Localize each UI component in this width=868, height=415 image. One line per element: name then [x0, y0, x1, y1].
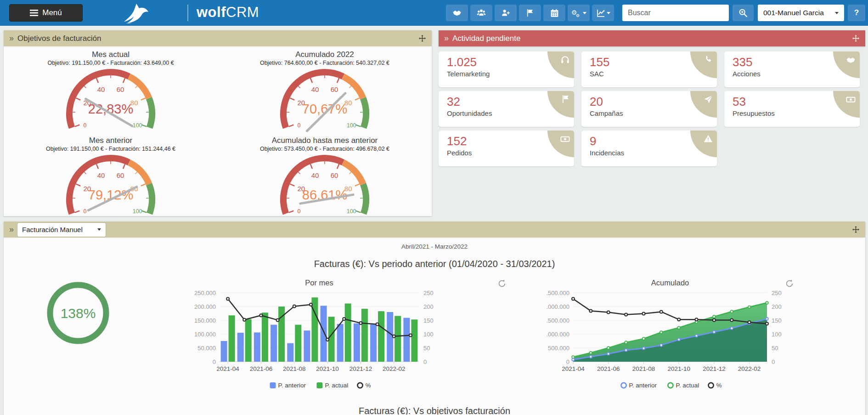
- svg-text:100: 100: [347, 122, 356, 129]
- svg-text:Por mes: Por mes: [305, 279, 333, 287]
- svg-text:100: 100: [772, 331, 782, 338]
- calendar-button[interactable]: [543, 5, 565, 21]
- top-navigation-bar: Menú wolfCRM ⚙⚙: [0, 0, 868, 26]
- donut-chart: 138%: [44, 279, 113, 347]
- svg-text:100: 100: [133, 122, 142, 129]
- svg-text:60: 60: [117, 85, 124, 93]
- hamburger-icon: [30, 10, 38, 16]
- svg-text:0: 0: [83, 122, 86, 129]
- card-telemarketing[interactable]: 1.025 Telemarketing: [439, 51, 574, 87]
- refresh-button[interactable]: [497, 279, 507, 289]
- move-panel-handle[interactable]: [852, 34, 860, 42]
- svg-text:P. actual: P. actual: [676, 382, 699, 389]
- gauge-mes-anterior: Mes anterior Objetivo: 191.150,00 € - Fa…: [4, 136, 218, 222]
- search-button[interactable]: [733, 5, 754, 21]
- search-input[interactable]: [622, 5, 729, 21]
- objetivos-panel: » Objetivos de facturación Mes actual Ob…: [4, 30, 432, 216]
- actividad-panel-title: Actividad pendiente: [452, 34, 520, 43]
- search-icon: [738, 8, 748, 18]
- svg-text:2021-10: 2021-10: [667, 365, 690, 372]
- objetivos-panel-header: » Objetivos de facturación: [4, 30, 432, 46]
- svg-text:50.000: 50.000: [197, 345, 216, 352]
- svg-text:100: 100: [347, 208, 356, 215]
- svg-text:2021-12: 2021-12: [703, 365, 726, 372]
- user-selector-value: 001-Manuel Garcia: [763, 9, 824, 17]
- card-sac[interactable]: 155 SAC: [581, 51, 717, 87]
- svg-text:200.000: 200.000: [194, 303, 216, 310]
- svg-text:150: 150: [772, 317, 782, 324]
- caret-down-icon: [583, 12, 586, 14]
- topbar-icon-buttons: ⚙⚙: [446, 5, 614, 21]
- user-add-icon: [501, 8, 511, 18]
- card-presupuestos[interactable]: 53 Presupuestos: [724, 91, 860, 127]
- svg-text:0: 0: [423, 358, 427, 365]
- svg-text:40: 40: [97, 171, 105, 179]
- svg-text:0: 0: [297, 208, 300, 215]
- gauge-acumulado-anterior: Acumulado hasta mes anterior Objetivo: 5…: [218, 136, 432, 222]
- svg-text:100: 100: [423, 331, 434, 338]
- area-chart-acumulado: Acumulado00500.000501.000.0001001.500.00…: [547, 275, 804, 398]
- facturacion-panel: » Facturación Manuel Abril/2021 - Marzo/…: [4, 222, 865, 415]
- bar-chart-por-mes: Por mes0050.00050100.000100150.000150200…: [193, 275, 510, 398]
- campaigns-button[interactable]: [519, 5, 541, 21]
- move-panel-handle[interactable]: [418, 34, 426, 42]
- gauge-title: Mes actual: [4, 50, 218, 59]
- gauge-subtitle: Objetivo: 191.150,00 € - Facturación: 15…: [4, 146, 218, 152]
- svg-text:2021-08: 2021-08: [632, 365, 655, 372]
- svg-text:2022-02: 2022-02: [738, 365, 761, 372]
- svg-text:138%: 138%: [61, 306, 96, 321]
- wolf-logo-icon[interactable]: [118, 2, 179, 25]
- svg-text:P. anterior: P. anterior: [278, 382, 306, 389]
- chevron-icon: »: [9, 225, 14, 234]
- gauge-title: Acumulado hasta mes anterior: [218, 136, 432, 145]
- headset-icon: [560, 55, 570, 67]
- activity-cards-grid: 1.025 Telemarketing 155 SAC 335 Acciones…: [439, 51, 865, 166]
- analytics-button[interactable]: [592, 5, 614, 21]
- svg-text:1.000.000: 1.000.000: [547, 331, 569, 338]
- dashboard-selector-value: Facturación Manuel: [22, 226, 83, 233]
- svg-text:50: 50: [772, 345, 778, 352]
- gauge-mes-actual: Mes actual Objetivo: 191.150,00 € - Fact…: [4, 50, 218, 136]
- refresh-icon: [497, 279, 507, 289]
- handshake-icon: [845, 55, 856, 67]
- users-button[interactable]: [470, 5, 492, 21]
- phone-icon: [703, 55, 713, 67]
- user-selector[interactable]: 001-Manuel Garcia: [758, 5, 844, 21]
- svg-text:2021-04: 2021-04: [216, 365, 239, 372]
- svg-text:2021-08: 2021-08: [283, 365, 306, 372]
- money-icon: [560, 134, 570, 146]
- card-acciones[interactable]: 335 Acciones: [724, 51, 860, 87]
- gauge-chart: 20406080010070,67%: [270, 66, 380, 134]
- help-label: ?: [854, 8, 859, 17]
- money-icon: [845, 94, 856, 107]
- paper-plane-icon: [703, 94, 713, 106]
- add-client-button[interactable]: [495, 5, 517, 21]
- svg-text:2021-06: 2021-06: [597, 365, 620, 372]
- svg-text:100: 100: [133, 208, 142, 215]
- menu-button[interactable]: Menú: [9, 4, 83, 22]
- card-incidencias[interactable]: 9 Incidencias: [581, 131, 717, 166]
- svg-text:0: 0: [297, 122, 300, 129]
- move-panel-handle[interactable]: [852, 226, 860, 233]
- dashboard-selector[interactable]: Facturación Manuel: [17, 223, 106, 237]
- actividad-panel-header: » Actividad pendiente: [439, 30, 865, 46]
- svg-text:2022-02: 2022-02: [383, 365, 406, 372]
- warning-icon: [703, 134, 713, 146]
- settings-button[interactable]: ⚙⚙: [568, 5, 590, 21]
- svg-text:200: 200: [772, 303, 782, 310]
- svg-text:250: 250: [772, 290, 782, 296]
- help-button[interactable]: ?: [848, 5, 865, 21]
- svg-text:50: 50: [423, 345, 430, 352]
- handshake-button[interactable]: [446, 5, 468, 21]
- refresh-button[interactable]: [784, 279, 795, 289]
- card-pedidos[interactable]: 152 Pedidos: [439, 131, 574, 166]
- gauge-subtitle: Objetivo: 191.150,00 € - Facturación: 43…: [4, 60, 218, 66]
- gauge-chart: 20406080010022,83%: [56, 66, 166, 134]
- card-oportunidades[interactable]: 32 Oportunidades: [439, 91, 574, 127]
- svg-text:2021-12: 2021-12: [349, 365, 372, 372]
- svg-text:0: 0: [213, 358, 216, 365]
- card-label: Telemarketing: [447, 70, 574, 78]
- card-campanas[interactable]: 20 Campañas: [581, 91, 717, 127]
- svg-text:40: 40: [311, 171, 319, 179]
- menu-label: Menú: [42, 8, 62, 17]
